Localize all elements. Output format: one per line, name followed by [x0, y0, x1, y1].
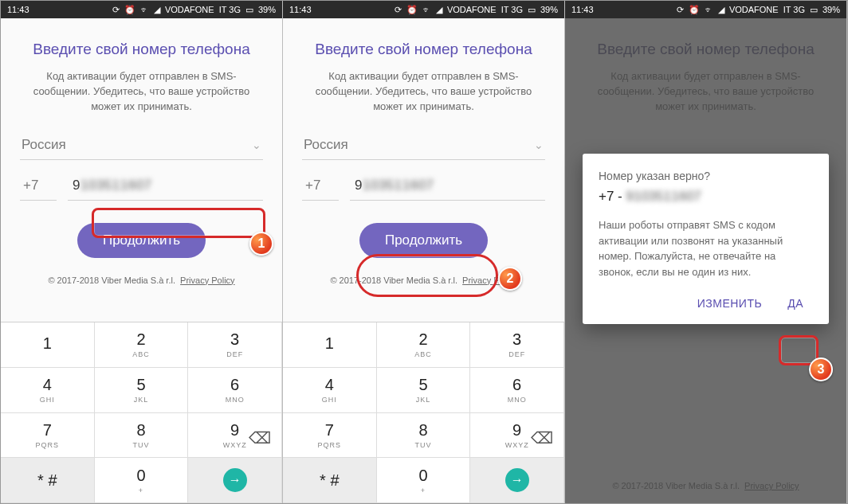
footer: © 2017-2018 Viber Media S.à r.l. Privacy…	[20, 275, 263, 285]
status-carrier: VODAFONE	[729, 5, 779, 14]
chevron-down-icon: ⌄	[252, 139, 261, 151]
page-subtitle: Код активации будет отправлен в SMS-сооб…	[302, 69, 545, 115]
keypad-1[interactable]: 1	[1, 322, 95, 368]
status-bar: 11:43 ⟳ ⏰ ᯤ ◢ VODAFONE IT 3G ▭ 39%	[283, 1, 564, 18]
country-label: Россия	[304, 137, 348, 153]
phone-screen-3: 11:43 ⟳ ⏰ ᯤ ◢ VODAFONE IT 3G ▭ 39% Введи…	[565, 1, 847, 503]
status-network: IT 3G	[219, 5, 241, 14]
sync-icon: ⟳	[112, 5, 120, 15]
signal-icon: ◢	[436, 5, 442, 15]
page-subtitle: Код активации будет отправлен в SMS-сооб…	[20, 69, 263, 115]
keypad-2[interactable]: 2ABC	[95, 322, 189, 368]
dialog-change-button[interactable]: ИЗМЕНИТЬ	[688, 291, 771, 316]
keypad-3[interactable]: 3DEF	[188, 322, 282, 368]
continue-button[interactable]: Продолжить	[77, 223, 206, 258]
status-bar: 11:43 ⟳ ⏰ ᯤ ◢ VODAFONE IT 3G ▭ 39%	[565, 1, 846, 18]
keypad-6[interactable]: 6MNO	[470, 368, 564, 413]
battery-icon: ▭	[245, 5, 253, 15]
status-bar: 11:43 ⟳ ⏰ ᯤ ◢ VODAFONE IT 3G ▭ 39%	[1, 1, 282, 18]
keypad-0[interactable]: 0+	[377, 458, 471, 503]
dialog-number: +7 - 9103511607	[599, 189, 813, 205]
sync-icon: ⟳	[395, 5, 402, 15]
battery-icon: ▭	[810, 5, 818, 15]
keypad-go[interactable]: →	[470, 458, 564, 503]
wifi-icon: ᯤ	[140, 5, 149, 14]
footer: © 2017-2018 Viber Media S.à r.l. Privacy…	[565, 481, 846, 490]
phone-input[interactable]: 9103511607	[350, 173, 545, 201]
privacy-policy-link[interactable]: Privacy Policy	[180, 275, 234, 285]
numeric-keypad: 12ABC3DEF4GHI5JKL6MNO7PQRS8TUV9WXYZ* #0+…	[283, 322, 564, 503]
keypad-0[interactable]: 0+	[95, 458, 189, 503]
phone-screen-1: 11:43 ⟳ ⏰ ᯤ ◢ VODAFONE IT 3G ▭ 39% Введи…	[1, 1, 283, 503]
keypad-2[interactable]: 2ABC	[377, 322, 471, 368]
alarm-icon: ⏰	[689, 5, 700, 15]
wifi-icon: ᯤ	[422, 5, 431, 14]
status-network: IT 3G	[783, 5, 805, 14]
alarm-icon: ⏰	[406, 5, 418, 15]
confirm-dialog: Номер указан верно? +7 - 9103511607 Наши…	[583, 154, 829, 324]
keypad-symbols[interactable]: * #	[1, 458, 95, 503]
phone-prefix: +7	[20, 173, 57, 201]
dialog-body: Наши роботы отправят SMS с кодом активац…	[599, 217, 813, 279]
status-network: IT 3G	[501, 5, 523, 14]
phone-input[interactable]: 9103511607	[68, 173, 263, 201]
dialog-question: Номер указан верно?	[599, 170, 813, 182]
step-badge-2: 2	[498, 267, 522, 291]
keypad-7[interactable]: 7PQRS	[1, 413, 95, 459]
keypad-symbols[interactable]: * #	[283, 458, 377, 503]
country-label: Россия	[22, 137, 66, 153]
keypad-4[interactable]: 4GHI	[1, 368, 95, 413]
page-title: Введите свой номер телефона	[20, 41, 263, 58]
status-carrier: VODAFONE	[447, 5, 497, 14]
keypad-go[interactable]: →	[188, 458, 282, 503]
status-time: 11:43	[571, 5, 594, 14]
country-selector[interactable]: Россия ⌄	[302, 132, 545, 160]
wifi-icon: ᯤ	[705, 5, 713, 14]
phone-screen-2: 11:43 ⟳ ⏰ ᯤ ◢ VODAFONE IT 3G ▭ 39% Введи…	[283, 1, 565, 503]
dialog-yes-button[interactable]: ДА	[778, 291, 813, 316]
keypad-3[interactable]: 3DEF	[470, 322, 564, 368]
country-selector[interactable]: Россия ⌄	[20, 132, 263, 160]
status-battery: 39%	[540, 5, 558, 14]
keypad-8[interactable]: 8TUV	[377, 413, 471, 459]
sync-icon: ⟳	[677, 5, 684, 15]
continue-button[interactable]: Продолжить	[359, 223, 488, 258]
keypad-1[interactable]: 1	[283, 322, 377, 368]
privacy-policy-link[interactable]: Privacy Policy	[744, 481, 799, 490]
keypad-6[interactable]: 6MNO	[188, 368, 282, 413]
keypad-5[interactable]: 5JKL	[95, 368, 189, 413]
keypad-8[interactable]: 8TUV	[95, 413, 189, 459]
status-battery: 39%	[822, 5, 840, 14]
step-badge-1: 1	[249, 232, 273, 256]
backspace-icon[interactable]: ⌫	[531, 428, 553, 447]
status-time: 11:43	[289, 5, 312, 14]
status-time: 11:43	[7, 5, 29, 14]
signal-icon: ◢	[154, 5, 160, 15]
status-battery: 39%	[258, 5, 276, 14]
status-carrier: VODAFONE	[165, 5, 214, 14]
keypad-5[interactable]: 5JKL	[377, 368, 471, 413]
step-badge-3: 3	[809, 357, 833, 381]
phone-prefix: +7	[302, 173, 339, 201]
keypad-7[interactable]: 7PQRS	[283, 413, 377, 459]
chevron-down-icon: ⌄	[534, 139, 544, 151]
battery-icon: ▭	[528, 5, 536, 15]
page-title: Введите свой номер телефона	[302, 41, 545, 58]
alarm-icon: ⏰	[124, 5, 135, 15]
backspace-icon[interactable]: ⌫	[249, 428, 271, 447]
keypad-4[interactable]: 4GHI	[283, 368, 377, 413]
signal-icon: ◢	[718, 5, 724, 15]
numeric-keypad: 12ABC3DEF4GHI5JKL6MNO7PQRS8TUV9WXYZ* #0+…	[1, 322, 282, 503]
